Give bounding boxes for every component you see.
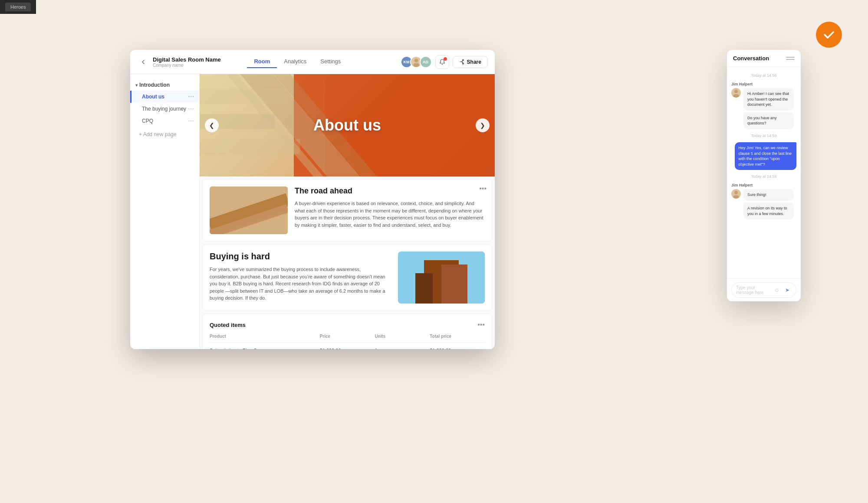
product-cell: Subscription to Plan C CX02211210 [210, 348, 320, 349]
price-cell: $1,200.00 [320, 348, 375, 349]
road-ahead-body: A buyer-driven experience is based on re… [295, 200, 485, 229]
sidebar-section-header[interactable]: ▾ Introduction [130, 79, 199, 91]
sidebar: ▾ Introduction About us ⋯ The buying jou… [130, 74, 200, 349]
check-badge [816, 22, 842, 48]
more-icon[interactable]: ⋯ [188, 93, 194, 100]
quoted-items-card: Quoted items ••• Product Price Units Tot… [202, 314, 492, 349]
units-cell: 1 [375, 348, 430, 349]
app-window: Digital Sales Room Name Company name Roo… [130, 50, 495, 349]
notification-dot [444, 57, 447, 61]
app-header: Digital Sales Room Name Company name Roo… [130, 50, 495, 74]
product-name: Subscription to Plan C [210, 348, 320, 349]
svg-point-17 [734, 90, 738, 93]
buying-hard-body: For years, we've summarized the buying p… [210, 266, 391, 302]
svg-rect-15 [441, 265, 467, 304]
add-page-button[interactable]: + Add new page [130, 129, 199, 140]
conversation-collapse-button[interactable] [786, 56, 795, 62]
buying-hard-title: Buying is hard [210, 252, 391, 261]
chevron-down-icon: ▾ [135, 83, 138, 88]
more-icon[interactable]: ⋯ [188, 118, 194, 124]
message-bubble-sure: Sure thing! [743, 189, 794, 201]
main-content: ❮ About us ❯ ••• The road ahead A buyer-… [200, 74, 495, 349]
svg-rect-7 [200, 89, 288, 104]
sidebar-section-introduction: ▾ Introduction About us ⋯ The buying jou… [130, 79, 199, 127]
svg-point-1 [413, 63, 419, 67]
room-info: Digital Sales Room Name Company name [153, 56, 221, 68]
message-with-avatar: Hi Amber! I can see that you haven't ope… [731, 88, 796, 129]
svg-rect-9 [200, 139, 300, 154]
message-bubble-revision: A revision on its way to you in a few mi… [743, 203, 794, 219]
message-group-1: Jim Halpert Hi Amber! I can see that you… [731, 82, 796, 129]
quoted-items-more-button[interactable]: ••• [477, 321, 485, 329]
message-group-2: Jim Halpert Sure thing! A revision on it… [731, 183, 796, 219]
hero-prev-button[interactable]: ❮ [205, 118, 219, 132]
total-cell: $1,200.00 [430, 348, 485, 349]
buying-hard-card: Buying is hard For years, we've summariz… [202, 244, 492, 311]
tab-room[interactable]: Room [247, 56, 277, 68]
conversation-title: Conversation [733, 55, 769, 62]
message-input-placeholder[interactable]: Type your message here [736, 285, 770, 295]
sender-avatar [731, 88, 741, 98]
timestamp-3: Today at 14:56 [731, 174, 796, 179]
col-product: Product [210, 334, 320, 339]
conversation-header: Conversation [727, 50, 801, 67]
avatar-ad: AD [420, 56, 432, 68]
back-button[interactable] [137, 56, 149, 68]
timestamp-2: Today at 14:59 [731, 134, 796, 138]
checkmark-icon [822, 28, 836, 42]
svg-point-0 [414, 59, 418, 62]
conversation-panel: Conversation Today at 14:56 Jim Halpert … [727, 50, 801, 301]
road-ahead-text: The road ahead A buyer-driven experience… [295, 186, 485, 234]
send-button[interactable]: ➤ [783, 286, 792, 294]
quoted-items-header: Quoted items ••• [210, 321, 485, 329]
message-input-container[interactable]: Type your message here ☺ ➤ [731, 282, 796, 298]
tab-analytics[interactable]: Analytics [277, 56, 313, 68]
buying-hard-inner: Buying is hard For years, we've summariz… [210, 252, 485, 304]
buying-hard-text: Buying is hard For years, we've summariz… [210, 252, 391, 304]
svg-rect-16 [415, 273, 433, 304]
timestamp-1: Today at 14:56 [731, 73, 796, 78]
sidebar-item-buying-journey[interactable]: The buying journey ⋯ [130, 103, 199, 115]
hero-section: ❮ About us ❯ [200, 74, 495, 176]
table-header: Product Price Units Total price [210, 334, 485, 343]
notification-button[interactable] [435, 55, 449, 69]
message-bubble-sent: Hey Jim! Yes, can we review clause 5 and… [735, 142, 797, 170]
col-price: Price [320, 334, 375, 339]
avatar-group: KM AD [401, 56, 432, 68]
table-row: Subscription to Plan C CX02211210 $1,200… [210, 344, 485, 349]
emoji-button[interactable]: ☺ [773, 286, 781, 294]
message-bubble-2: Do you have any questions? [743, 112, 794, 129]
browser-tab-bar: Heroes [0, 0, 36, 14]
conversation-messages: Today at 14:56 Jim Halpert Hi Amber! I c… [727, 67, 801, 278]
message-sender-jim-2: Jim Halpert [731, 183, 796, 187]
message-bubble-1: Hi Amber! I can see that you haven't ope… [743, 88, 794, 111]
hero-next-button[interactable]: ❯ [476, 118, 490, 132]
app-body: ▾ Introduction About us ⋯ The buying jou… [130, 74, 495, 349]
tab-settings[interactable]: Settings [313, 56, 348, 68]
col-units: Units [375, 334, 430, 339]
room-title: Digital Sales Room Name [153, 56, 221, 63]
browser-tab[interactable]: Heroes [5, 3, 31, 11]
sender-avatar-2 [731, 189, 741, 199]
conversation-footer: Type your message here ☺ ➤ [727, 278, 801, 301]
sidebar-item-about-us[interactable]: About us ⋯ [130, 91, 199, 103]
input-icons: ☺ ➤ [773, 286, 792, 294]
road-ahead-card: ••• The road ahead A buyer-driven experi… [202, 179, 492, 242]
share-button[interactable]: Share [453, 56, 488, 68]
more-icon[interactable]: ⋯ [188, 105, 194, 112]
message-sender-jim: Jim Halpert [731, 82, 796, 86]
road-ahead-title: The road ahead [295, 186, 485, 196]
road-ahead-image [210, 186, 288, 234]
hero-title: About us [313, 116, 381, 134]
message-with-avatar-2: Sure thing! A revision on its way to you… [731, 189, 796, 219]
card-more-button[interactable]: ••• [479, 185, 487, 193]
header-actions: KM AD Share [401, 55, 488, 69]
nav-tabs: Room Analytics Settings [247, 56, 348, 68]
quoted-items-table: Product Price Units Total price Subscrip… [210, 334, 485, 349]
svg-point-18 [733, 94, 739, 98]
buying-hard-image [398, 252, 485, 304]
col-total: Total price [430, 334, 485, 339]
sidebar-item-cpq[interactable]: CPQ ⋯ [130, 115, 199, 127]
svg-point-20 [733, 195, 739, 199]
svg-point-19 [734, 191, 738, 194]
